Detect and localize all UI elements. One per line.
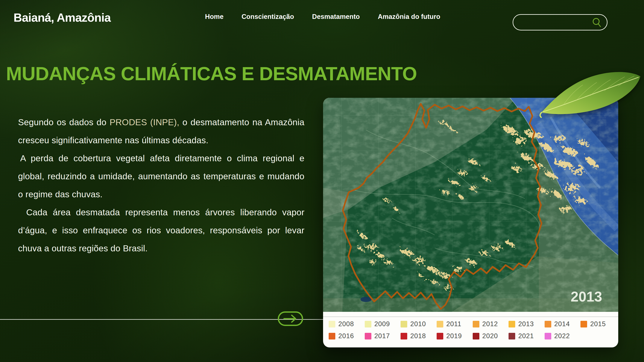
- legend-item-2008: 2008: [329, 320, 365, 328]
- article-text: Segundo os dados do PRODES (INPE), o des…: [18, 113, 304, 257]
- legend-item-2021: 2021: [508, 333, 544, 340]
- arrow-right-icon: [283, 314, 298, 323]
- legend-item-2012: 2012: [473, 320, 509, 328]
- paragraph-1: Segundo os dados do PRODES (INPE), o des…: [18, 113, 304, 149]
- deforestation-map-card: 2013 2008 2009 2010 2011 2012 2013 2014 …: [323, 98, 618, 348]
- prodes-highlight: PRODES (INPE),: [110, 117, 179, 127]
- site-logo[interactable]: Baianá, Amazônia: [14, 11, 111, 24]
- legend-swatch-2010: [400, 321, 407, 328]
- legend-swatch-2017: [365, 333, 371, 340]
- page-title: MUDANÇAS CLIMÁTICAS E DESMATAMENTO: [6, 63, 422, 85]
- nav-item-conscientizacao[interactable]: Conscientização: [242, 13, 294, 20]
- legend-swatch-2020: [473, 333, 479, 340]
- legend-item-2020: 2020: [473, 333, 509, 340]
- nav-item-home[interactable]: Home: [205, 13, 224, 20]
- legend-swatch-2014: [544, 321, 551, 328]
- amazon-satellite-map-image: 2013: [323, 98, 618, 312]
- legend-swatch-2012: [473, 321, 479, 328]
- legend-item-2022: 2022: [544, 333, 581, 340]
- map-texture-overlay: [323, 98, 618, 312]
- nav-item-amazonia-do-futuro[interactable]: Amazônia do futuro: [378, 13, 440, 20]
- legend-swatch-2008: [329, 321, 335, 328]
- legend-swatch-2015: [580, 321, 587, 328]
- legend-swatch-2016: [329, 333, 335, 340]
- map-year-label: 2013: [570, 289, 602, 305]
- search-icon[interactable]: [592, 17, 602, 28]
- search-box[interactable]: [512, 14, 608, 30]
- legend-item-2018: 2018: [400, 333, 437, 340]
- paragraph-1-text: Segundo os dados do: [18, 117, 110, 127]
- legend-item-2010: 2010: [400, 320, 437, 328]
- legend-divider: [323, 317, 618, 317]
- paragraph-3: Cada área desmatada representa menos árv…: [18, 203, 304, 257]
- map-lake: [360, 297, 372, 302]
- legend-item-2017: 2017: [365, 333, 401, 340]
- leaf-image: [538, 68, 644, 119]
- legend-item-2015: 2015: [580, 320, 616, 328]
- nav-item-desmatamento[interactable]: Desmatamento: [312, 13, 360, 20]
- legend-item-2011: 2011: [437, 320, 473, 328]
- legend-item-2009: 2009: [365, 320, 401, 328]
- legend-swatch-2021: [508, 333, 515, 340]
- paragraph-2: A perda de cobertura vegetal afeta diret…: [18, 149, 304, 203]
- page: Baianá, Amazônia Home Conscientização De…: [0, 0, 644, 362]
- legend-item-2013: 2013: [508, 320, 544, 328]
- next-button[interactable]: [278, 311, 303, 326]
- legend-swatch-2019: [437, 333, 443, 340]
- horizontal-divider: [0, 319, 323, 320]
- legend-swatch-2011: [437, 321, 443, 328]
- main-nav: Home Conscientização Desmatamento Amazôn…: [205, 13, 440, 20]
- year-legend: 2008 2009 2010 2011 2012 2013 2014 2015 …: [329, 320, 616, 340]
- legend-swatch-2009: [365, 321, 371, 328]
- legend-swatch-2022: [544, 333, 551, 340]
- legend-item-2016: 2016: [329, 333, 365, 340]
- legend-item-2014: 2014: [544, 320, 581, 328]
- legend-swatch-2018: [400, 333, 407, 340]
- legend-swatch-2013: [508, 321, 515, 328]
- legend-item-2019: 2019: [437, 333, 473, 340]
